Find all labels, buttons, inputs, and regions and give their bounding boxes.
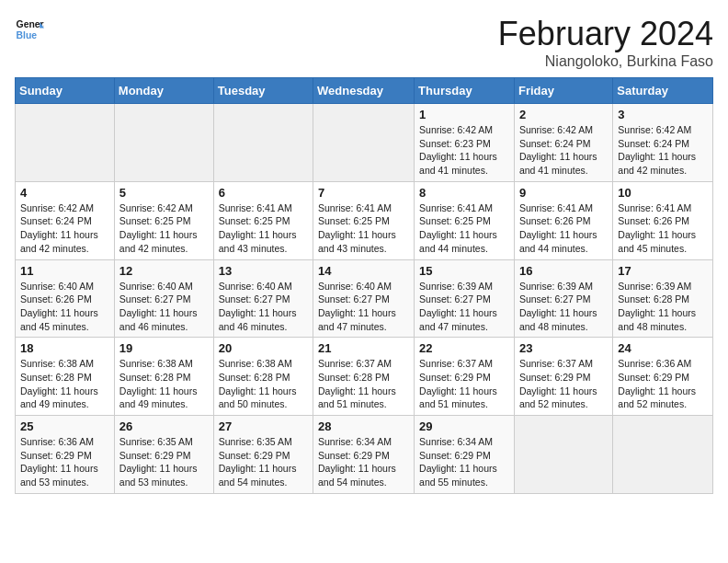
page-header: General Blue February 2024 Niangoloko, B… — [15, 15, 713, 70]
calendar-cell: 10Sunrise: 6:41 AM Sunset: 6:26 PM Dayli… — [613, 181, 713, 259]
col-saturday: Saturday — [613, 78, 713, 104]
logo-icon: General Blue — [15, 15, 44, 44]
calendar-title: February 2024 — [498, 15, 713, 53]
calendar-cell: 18Sunrise: 6:38 AM Sunset: 6:28 PM Dayli… — [16, 338, 115, 416]
calendar-cell — [213, 104, 313, 182]
calendar-week-5: 25Sunrise: 6:36 AM Sunset: 6:29 PM Dayli… — [16, 416, 713, 494]
calendar-cell: 4Sunrise: 6:42 AM Sunset: 6:24 PM Daylig… — [16, 181, 115, 259]
calendar-cell — [514, 416, 612, 494]
day-info: Sunrise: 6:41 AM Sunset: 6:26 PM Dayligh… — [519, 201, 608, 256]
calendar-cell: 19Sunrise: 6:38 AM Sunset: 6:28 PM Dayli… — [114, 338, 213, 416]
calendar-cell: 21Sunrise: 6:37 AM Sunset: 6:28 PM Dayli… — [313, 338, 415, 416]
day-number: 21 — [318, 341, 409, 355]
day-number: 4 — [20, 186, 109, 200]
col-tuesday: Tuesday — [213, 78, 313, 104]
day-info: Sunrise: 6:42 AM Sunset: 6:24 PM Dayligh… — [20, 201, 109, 256]
col-sunday: Sunday — [16, 78, 115, 104]
day-number: 29 — [419, 419, 509, 433]
day-info: Sunrise: 6:34 AM Sunset: 6:29 PM Dayligh… — [419, 435, 509, 489]
calendar-cell — [114, 104, 213, 182]
day-info: Sunrise: 6:39 AM Sunset: 6:27 PM Dayligh… — [519, 280, 608, 334]
calendar-cell: 3Sunrise: 6:42 AM Sunset: 6:24 PM Daylig… — [613, 104, 713, 182]
day-number: 12 — [119, 264, 209, 278]
day-info: Sunrise: 6:40 AM Sunset: 6:27 PM Dayligh… — [318, 280, 409, 334]
day-number: 6 — [219, 186, 308, 200]
calendar-cell: 29Sunrise: 6:34 AM Sunset: 6:29 PM Dayli… — [415, 416, 515, 494]
col-friday: Friday — [514, 78, 612, 104]
calendar-cell: 28Sunrise: 6:34 AM Sunset: 6:29 PM Dayli… — [313, 416, 415, 494]
header-row: Sunday Monday Tuesday Wednesday Thursday… — [16, 78, 713, 104]
calendar-cell: 26Sunrise: 6:35 AM Sunset: 6:29 PM Dayli… — [114, 416, 213, 494]
day-info: Sunrise: 6:37 AM Sunset: 6:28 PM Dayligh… — [318, 357, 409, 411]
day-number: 27 — [219, 419, 308, 433]
day-info: Sunrise: 6:41 AM Sunset: 6:25 PM Dayligh… — [219, 201, 308, 256]
calendar-cell: 17Sunrise: 6:39 AM Sunset: 6:28 PM Dayli… — [613, 259, 713, 338]
day-number: 20 — [219, 341, 308, 355]
day-info: Sunrise: 6:41 AM Sunset: 6:25 PM Dayligh… — [419, 201, 509, 256]
day-info: Sunrise: 6:37 AM Sunset: 6:29 PM Dayligh… — [419, 357, 509, 411]
day-info: Sunrise: 6:41 AM Sunset: 6:25 PM Dayligh… — [318, 201, 409, 256]
day-info: Sunrise: 6:34 AM Sunset: 6:29 PM Dayligh… — [318, 435, 409, 489]
day-number: 7 — [318, 186, 409, 200]
svg-text:Blue: Blue — [17, 30, 38, 40]
calendar-cell: 14Sunrise: 6:40 AM Sunset: 6:27 PM Dayli… — [313, 259, 415, 338]
calendar-cell: 27Sunrise: 6:35 AM Sunset: 6:29 PM Dayli… — [213, 416, 313, 494]
day-number: 10 — [618, 186, 708, 200]
day-number: 13 — [219, 264, 308, 278]
day-info: Sunrise: 6:35 AM Sunset: 6:29 PM Dayligh… — [119, 435, 209, 489]
calendar-cell: 7Sunrise: 6:41 AM Sunset: 6:25 PM Daylig… — [313, 181, 415, 259]
calendar-week-4: 18Sunrise: 6:38 AM Sunset: 6:28 PM Dayli… — [16, 338, 713, 416]
calendar-table: Sunday Monday Tuesday Wednesday Thursday… — [15, 77, 713, 494]
day-number: 11 — [20, 264, 109, 278]
calendar-cell: 6Sunrise: 6:41 AM Sunset: 6:25 PM Daylig… — [213, 181, 313, 259]
day-info: Sunrise: 6:42 AM Sunset: 6:24 PM Dayligh… — [519, 123, 608, 178]
day-number: 15 — [419, 264, 509, 278]
calendar-cell: 8Sunrise: 6:41 AM Sunset: 6:25 PM Daylig… — [415, 181, 515, 259]
day-number: 9 — [519, 186, 608, 200]
day-info: Sunrise: 6:39 AM Sunset: 6:27 PM Dayligh… — [419, 280, 509, 334]
day-info: Sunrise: 6:37 AM Sunset: 6:29 PM Dayligh… — [519, 357, 608, 411]
calendar-cell: 24Sunrise: 6:36 AM Sunset: 6:29 PM Dayli… — [613, 338, 713, 416]
day-info: Sunrise: 6:38 AM Sunset: 6:28 PM Dayligh… — [119, 357, 209, 411]
day-info: Sunrise: 6:40 AM Sunset: 6:26 PM Dayligh… — [20, 280, 109, 334]
calendar-cell: 16Sunrise: 6:39 AM Sunset: 6:27 PM Dayli… — [514, 259, 612, 338]
day-number: 16 — [519, 264, 608, 278]
calendar-cell: 5Sunrise: 6:42 AM Sunset: 6:25 PM Daylig… — [114, 181, 213, 259]
logo: General Blue — [15, 15, 44, 44]
day-number: 3 — [618, 108, 708, 121]
day-info: Sunrise: 6:42 AM Sunset: 6:23 PM Dayligh… — [419, 123, 509, 178]
calendar-cell: 11Sunrise: 6:40 AM Sunset: 6:26 PM Dayli… — [16, 259, 115, 338]
day-number: 19 — [119, 341, 209, 355]
day-info: Sunrise: 6:38 AM Sunset: 6:28 PM Dayligh… — [219, 357, 308, 411]
col-thursday: Thursday — [415, 78, 515, 104]
calendar-cell: 13Sunrise: 6:40 AM Sunset: 6:27 PM Dayli… — [213, 259, 313, 338]
title-area: February 2024 Niangoloko, Burkina Faso — [498, 15, 713, 70]
calendar-cell: 22Sunrise: 6:37 AM Sunset: 6:29 PM Dayli… — [415, 338, 515, 416]
day-info: Sunrise: 6:39 AM Sunset: 6:28 PM Dayligh… — [618, 280, 708, 334]
day-number: 2 — [519, 108, 608, 121]
day-info: Sunrise: 6:42 AM Sunset: 6:25 PM Dayligh… — [119, 201, 209, 256]
day-info: Sunrise: 6:36 AM Sunset: 6:29 PM Dayligh… — [618, 357, 708, 411]
calendar-cell — [313, 104, 415, 182]
day-number: 14 — [318, 264, 409, 278]
col-monday: Monday — [114, 78, 213, 104]
day-number: 1 — [419, 108, 509, 121]
day-number: 22 — [419, 341, 509, 355]
calendar-week-2: 4Sunrise: 6:42 AM Sunset: 6:24 PM Daylig… — [16, 181, 713, 259]
calendar-cell: 9Sunrise: 6:41 AM Sunset: 6:26 PM Daylig… — [514, 181, 612, 259]
day-number: 28 — [318, 419, 409, 433]
col-wednesday: Wednesday — [313, 78, 415, 104]
day-info: Sunrise: 6:36 AM Sunset: 6:29 PM Dayligh… — [20, 435, 109, 489]
day-info: Sunrise: 6:35 AM Sunset: 6:29 PM Dayligh… — [219, 435, 308, 489]
day-number: 8 — [419, 186, 509, 200]
calendar-cell: 25Sunrise: 6:36 AM Sunset: 6:29 PM Dayli… — [16, 416, 115, 494]
calendar-cell: 23Sunrise: 6:37 AM Sunset: 6:29 PM Dayli… — [514, 338, 612, 416]
calendar-subtitle: Niangoloko, Burkina Faso — [498, 53, 713, 70]
calendar-cell: 20Sunrise: 6:38 AM Sunset: 6:28 PM Dayli… — [213, 338, 313, 416]
day-number: 17 — [618, 264, 708, 278]
calendar-cell — [16, 104, 115, 182]
calendar-cell — [613, 416, 713, 494]
calendar-cell: 1Sunrise: 6:42 AM Sunset: 6:23 PM Daylig… — [415, 104, 515, 182]
day-info: Sunrise: 6:41 AM Sunset: 6:26 PM Dayligh… — [618, 201, 708, 256]
day-number: 18 — [20, 341, 109, 355]
